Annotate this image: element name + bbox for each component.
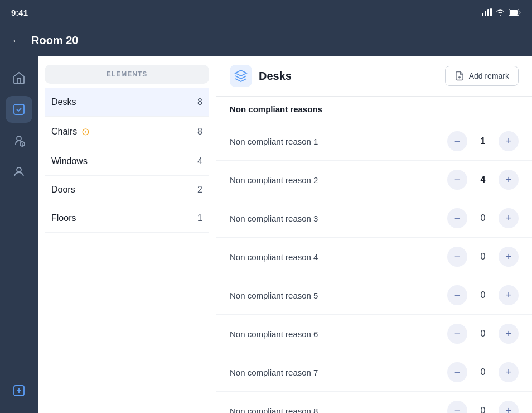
content-title: Desks	[259, 70, 292, 83]
reason-label: Non compliant reason 1	[230, 137, 318, 146]
decrement-button[interactable]: −	[447, 285, 467, 305]
element-item-chairs[interactable]: Chairs ⊙ 8	[45, 117, 209, 147]
element-count-chairs: 8	[197, 127, 202, 137]
add-remark-label: Add remark	[469, 71, 509, 80]
svg-point-7	[17, 136, 21, 141]
element-list: Desks 8 Chairs ⊙ 8 Windows 4 Doors 2 Flo…	[45, 88, 209, 233]
content-header: Desks Add remark	[216, 56, 532, 97]
increment-button[interactable]: +	[499, 208, 519, 228]
reason-label: Non compliant reason 3	[230, 214, 318, 223]
element-name-floors: Floors	[51, 213, 76, 223]
svg-point-10	[22, 146, 23, 146]
sidebar-item-home[interactable]	[6, 65, 32, 92]
svg-rect-5	[510, 10, 518, 15]
element-item-chairs-left: Chairs ⊙	[51, 126, 90, 138]
svg-rect-2	[487, 9, 489, 16]
element-name-doors: Doors	[51, 185, 75, 195]
elements-panel: ELEMENTS Desks 8 Chairs ⊙ 8 Windows 4 Do…	[38, 56, 216, 413]
status-bar: 9:41	[0, 0, 532, 25]
increment-button[interactable]: +	[499, 401, 519, 413]
decrement-button[interactable]: −	[447, 131, 467, 151]
increment-button[interactable]: +	[499, 170, 519, 190]
reason-row: Non compliant reason 8−0+	[216, 392, 532, 413]
svg-rect-1	[485, 11, 486, 16]
counter-value: 0	[472, 367, 494, 377]
reasons-header: Non compliant reasons	[216, 97, 532, 122]
element-name-windows: Windows	[51, 156, 88, 166]
svg-rect-6	[14, 104, 24, 114]
counter-value: 0	[472, 329, 494, 339]
signal-icon	[482, 8, 492, 16]
counter-value: 4	[472, 175, 494, 185]
counter-value: 1	[472, 136, 494, 146]
element-item-windows[interactable]: Windows 4	[45, 147, 209, 176]
add-remark-button[interactable]: Add remark	[445, 66, 519, 86]
content-area: Desks Add remark Non compliant reasons N…	[216, 56, 532, 413]
reasons-container: Non compliant reasons Non compliant reas…	[216, 97, 532, 413]
svg-point-11	[17, 167, 21, 172]
element-count-doors: 2	[197, 185, 202, 195]
element-count-windows: 4	[197, 156, 202, 166]
element-item-floors[interactable]: Floors 1	[45, 204, 209, 233]
reason-counter: −4+	[447, 170, 519, 190]
battery-icon	[509, 9, 521, 16]
reason-counter: −0+	[447, 285, 519, 305]
reason-row: Non compliant reason 4−0+	[216, 238, 532, 276]
reason-row: Non compliant reason 7−0+	[216, 353, 532, 392]
decrement-button[interactable]: −	[447, 170, 467, 190]
decrement-button[interactable]: −	[447, 362, 467, 382]
reason-label: Non compliant reason 2	[230, 175, 318, 185]
sidebar-item-add-report[interactable]	[6, 377, 32, 404]
wifi-icon	[495, 8, 505, 16]
element-name-chairs: Chairs	[51, 127, 77, 137]
reason-label: Non compliant reason 7	[230, 368, 318, 377]
element-item-doors[interactable]: Doors 2	[45, 176, 209, 204]
counter-value: 0	[472, 213, 494, 223]
reason-label: Non compliant reason 4	[230, 252, 318, 262]
reason-row: Non compliant reason 2−4+	[216, 161, 532, 199]
element-count-desks: 8	[197, 97, 202, 107]
sidebar-icons	[0, 56, 38, 413]
reason-counter: −1+	[447, 131, 519, 151]
reason-rows-container: Non compliant reason 1−1+Non compliant r…	[216, 122, 532, 413]
increment-button[interactable]: +	[499, 324, 519, 344]
element-count-floors: 1	[197, 213, 202, 223]
element-item-desks[interactable]: Desks 8	[45, 88, 209, 117]
decrement-button[interactable]: −	[447, 208, 467, 228]
svg-rect-3	[490, 8, 492, 16]
reason-row: Non compliant reason 6−0+	[216, 315, 532, 353]
increment-button[interactable]: +	[499, 285, 519, 305]
header: ← Room 20	[0, 25, 532, 56]
decrement-button[interactable]: −	[447, 401, 467, 413]
element-name-desks: Desks	[51, 97, 76, 107]
sidebar-item-person[interactable]	[6, 159, 32, 185]
reason-label: Non compliant reason 5	[230, 291, 318, 300]
increment-button[interactable]: +	[499, 362, 519, 382]
reason-row: Non compliant reason 5−0+	[216, 276, 532, 315]
status-time: 9:41	[11, 8, 28, 17]
reason-row: Non compliant reason 1−1+	[216, 122, 532, 161]
desk-icon-box	[230, 65, 252, 87]
reason-counter: −0+	[447, 362, 519, 382]
reason-counter: −0+	[447, 324, 519, 344]
content-header-left: Desks	[230, 65, 292, 87]
reason-label: Non compliant reason 8	[230, 406, 318, 414]
counter-value: 0	[472, 290, 494, 300]
reason-counter: −0+	[447, 247, 519, 267]
elements-tab: ELEMENTS	[45, 65, 209, 84]
status-icons	[482, 8, 521, 16]
svg-rect-0	[482, 13, 483, 16]
counter-value: 0	[472, 406, 494, 413]
decrement-button[interactable]: −	[447, 324, 467, 344]
counter-value: 0	[472, 252, 494, 262]
sidebar-item-checklist[interactable]	[6, 96, 32, 123]
main-layout: ELEMENTS Desks 8 Chairs ⊙ 8 Windows 4 Do…	[0, 56, 532, 413]
increment-button[interactable]: +	[499, 131, 519, 151]
reason-label: Non compliant reason 6	[230, 329, 318, 339]
decrement-button[interactable]: −	[447, 247, 467, 267]
reason-row: Non compliant reason 3−0+	[216, 199, 532, 238]
increment-button[interactable]: +	[499, 247, 519, 267]
warning-icon-chairs: ⊙	[81, 126, 90, 138]
sidebar-item-report[interactable]	[6, 127, 32, 154]
back-button[interactable]: ←	[11, 34, 22, 47]
